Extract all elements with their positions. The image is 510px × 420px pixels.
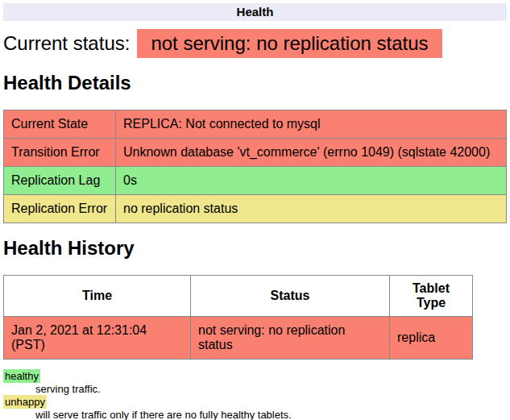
- column-header-time: Time: [4, 276, 191, 317]
- detail-label-cell: Current State: [4, 110, 116, 139]
- legend-term-unhappy: unhappy: [3, 395, 47, 409]
- health-details-heading: Health Details: [3, 73, 507, 94]
- detail-label-cell: Replication Lag: [4, 167, 116, 195]
- detail-value-cell: 0s: [116, 167, 507, 195]
- health-details-table: Current State REPLICA: Not connected to …: [3, 110, 507, 223]
- table-row: Current State REPLICA: Not connected to …: [4, 110, 507, 139]
- table-row: Replication Error no replication status: [4, 195, 507, 223]
- health-page: Health Current status:not serving: no re…: [0, 0, 510, 420]
- health-history-heading: Health History: [3, 238, 507, 259]
- current-status-line: Current status:not serving: no replicati…: [3, 29, 507, 58]
- legend-description: serving traffic.: [35, 383, 507, 396]
- legend-term: healthy: [3, 370, 507, 383]
- history-time-cell: Jan 2, 2021 at 12:31:04 (PST): [4, 317, 191, 360]
- table-row: Jan 2, 2021 at 12:31:04 (PST) not servin…: [4, 317, 473, 360]
- current-status-badge: not serving: no replication status: [137, 29, 442, 58]
- health-history-table: Time Status Tablet Type Jan 2, 2021 at 1…: [3, 275, 473, 360]
- detail-value-cell: no replication status: [116, 195, 507, 223]
- legend-term-healthy: healthy: [3, 369, 40, 383]
- detail-label-cell: Replication Error: [4, 195, 116, 223]
- detail-value-cell: Unknown database 'vt_commerce' (errno 10…: [116, 139, 507, 167]
- legend-term: unhappy: [3, 396, 507, 409]
- column-header-tablet-type: Tablet Type: [390, 276, 473, 317]
- current-status-label: Current status:: [3, 32, 130, 54]
- legend-description: will serve traffic only if there are no …: [35, 409, 507, 420]
- detail-label-cell: Transition Error: [4, 139, 116, 167]
- column-header-status: Status: [191, 276, 390, 317]
- table-row: Transition Error Unknown database 'vt_co…: [4, 139, 507, 167]
- table-header-row: Time Status Tablet Type: [4, 276, 473, 317]
- table-row: Replication Lag 0s: [4, 167, 507, 195]
- page-title: Health: [237, 5, 274, 19]
- history-tablet-type-cell: replica: [390, 317, 473, 360]
- detail-value-cell: REPLICA: Not connected to mysql: [116, 110, 507, 139]
- history-status-cell: not serving: no replication status: [191, 317, 390, 360]
- header-bar: Health: [3, 3, 507, 21]
- legend: healthy serving traffic. unhappy will se…: [3, 370, 507, 420]
